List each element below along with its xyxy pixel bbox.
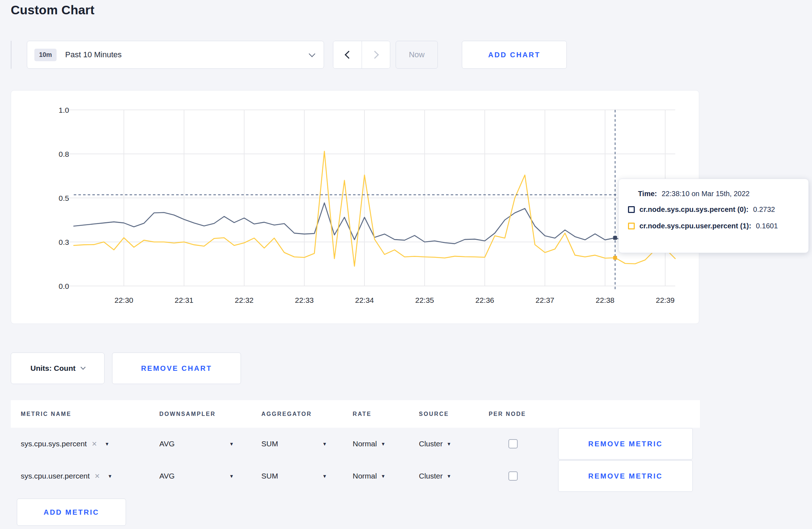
svg-text:0.0: 0.0 (59, 282, 69, 290)
svg-text:1.0: 1.0 (59, 106, 69, 114)
svg-text:0.8: 0.8 (59, 150, 69, 158)
rate-cell: Normal ▼ (353, 472, 419, 480)
time-range-label: Past 10 Minutes (65, 50, 310, 59)
col-header-downsampler: DOWNSAMPLER (159, 411, 261, 417)
col-header-per-node: PER NODE (489, 411, 547, 417)
time-forward-button[interactable] (362, 41, 390, 68)
svg-text:0.3: 0.3 (59, 238, 69, 246)
rate-dropdown[interactable]: Normal ▼ (353, 472, 386, 480)
add-chart-button[interactable]: ADD CHART (462, 41, 567, 69)
svg-text:22:39: 22:39 (656, 296, 675, 304)
col-header-aggregator: AGGREGATOR (261, 411, 353, 417)
time-range-selector[interactable]: 10m Past 10 Minutes (27, 41, 324, 69)
per-node-checkbox[interactable] (508, 471, 518, 481)
metric-name-value[interactable]: sys.cpu.sys.percent (21, 440, 87, 448)
downsampler-cell: AVG ▼ (159, 440, 261, 448)
caret-down-icon: ▼ (381, 441, 386, 447)
per-node-cell (489, 471, 547, 481)
rate-value: Normal (353, 472, 377, 480)
rate-value: Normal (353, 440, 377, 448)
rate-dropdown[interactable]: Normal ▼ (353, 440, 386, 448)
tooltip-time-row: Time:22:38:10 on Mar 15th, 2022 (628, 190, 800, 198)
tooltip-time-label: Time: (638, 190, 657, 198)
caret-down-icon: ▼ (322, 441, 327, 447)
aggregator-value: SUM (261, 472, 278, 480)
metric-name-value[interactable]: sys.cpu.user.percent (21, 472, 90, 480)
tooltip-time-value: 22:38:10 on Mar 15th, 2022 (662, 190, 750, 198)
downsampler-value: AVG (159, 440, 175, 448)
svg-text:22:35: 22:35 (415, 296, 434, 304)
downsampler-dropdown[interactable]: AVG ▼ (159, 472, 234, 480)
tooltip-series-value: 0.2732 (753, 205, 775, 214)
sys-series-swatch-icon (628, 206, 635, 213)
svg-text:22:37: 22:37 (536, 296, 555, 304)
remove-metric-button[interactable]: REMOVE METRIC (558, 428, 693, 460)
aggregator-cell: SUM ▼ (261, 440, 353, 448)
caret-down-icon[interactable]: ▼ (105, 441, 109, 447)
actions-cell: REMOVE METRIC (547, 428, 700, 460)
chevron-right-icon (371, 51, 379, 59)
col-header-rate: RATE (353, 411, 419, 417)
remove-chart-button[interactable]: REMOVE CHART (112, 353, 241, 384)
aggregator-dropdown[interactable]: SUM ▼ (261, 472, 327, 480)
downsampler-dropdown[interactable]: AVG ▼ (159, 440, 234, 448)
tooltip-series-name: cr.node.sys.cpu.sys.percent (0): (639, 205, 749, 214)
page-title: Custom Chart (11, 3, 95, 17)
rate-cell: Normal ▼ (353, 440, 419, 448)
chart-panel: 0.00.30.50.81.022:3022:3122:3222:3322:34… (11, 90, 699, 324)
units-label: Units: Count (30, 364, 76, 373)
svg-text:22:30: 22:30 (115, 296, 134, 304)
now-button[interactable]: Now (396, 41, 438, 69)
chevron-down-icon (309, 50, 315, 57)
aggregator-value: SUM (261, 440, 278, 448)
time-back-button[interactable] (333, 41, 362, 68)
per-node-cell (489, 439, 547, 448)
svg-text:22:32: 22:32 (235, 296, 254, 304)
aggregator-cell: SUM ▼ (261, 472, 353, 480)
caret-down-icon: ▼ (229, 474, 234, 479)
add-metric-button[interactable]: ADD METRIC (17, 499, 126, 526)
source-value: Cluster (419, 472, 443, 480)
downsampler-cell: AVG ▼ (159, 472, 261, 480)
tooltip-series-name: cr.node.sys.cpu.user.percent (1): (639, 222, 751, 230)
cpu-metrics-chart[interactable]: 0.00.30.50.81.022:3022:3122:3222:3322:34… (11, 91, 700, 324)
chevron-left-icon (344, 51, 353, 59)
clear-metric-icon[interactable]: × (92, 440, 97, 448)
source-dropdown[interactable]: Cluster ▼ (419, 440, 451, 448)
caret-down-icon: ▼ (381, 474, 386, 479)
clear-metric-icon[interactable]: × (95, 472, 100, 480)
svg-text:22:33: 22:33 (295, 296, 314, 304)
units-dropdown[interactable]: Units: Count (11, 353, 105, 384)
chevron-down-icon (81, 365, 86, 370)
user-series-swatch-icon (628, 223, 635, 229)
remove-metric-button[interactable]: REMOVE METRIC (558, 460, 693, 492)
aggregator-dropdown[interactable]: SUM ▼ (261, 440, 327, 448)
metric-name-cell: sys.cpu.user.percent × ▼ (21, 472, 159, 480)
caret-down-icon: ▼ (447, 474, 451, 479)
tooltip-series-value: 0.1601 (756, 222, 778, 230)
svg-text:22:36: 22:36 (475, 296, 494, 304)
source-cell: Cluster ▼ (419, 440, 489, 448)
time-range-badge: 10m (34, 49, 57, 61)
metrics-table-header: METRIC NAME DOWNSAMPLER AGGREGATOR RATE … (11, 400, 700, 428)
per-node-checkbox[interactable] (508, 439, 518, 448)
source-dropdown[interactable]: Cluster ▼ (419, 472, 451, 480)
svg-text:22:34: 22:34 (355, 296, 374, 304)
svg-text:22:38: 22:38 (596, 296, 615, 304)
caret-down-icon: ▼ (322, 474, 327, 479)
caret-down-icon[interactable]: ▼ (108, 474, 112, 479)
actions-cell: REMOVE METRIC (547, 460, 700, 492)
chart-tooltip: Time:22:38:10 on Mar 15th, 2022 cr.node.… (618, 179, 809, 253)
metric-row: sys.cpu.sys.percent × ▼ AVG ▼ SUM ▼ Norm… (11, 428, 700, 460)
toolbar: 10m Past 10 Minutes Now ADD CHART (11, 41, 567, 69)
source-value: Cluster (419, 440, 443, 448)
downsampler-value: AVG (159, 472, 175, 480)
svg-text:0.5: 0.5 (59, 194, 69, 202)
metric-name-cell: sys.cpu.sys.percent × ▼ (21, 440, 159, 448)
col-header-source: SOURCE (419, 411, 489, 417)
svg-text:22:31: 22:31 (175, 296, 194, 304)
time-nav-group (333, 41, 390, 69)
toolbar-divider (11, 41, 11, 69)
source-cell: Cluster ▼ (419, 472, 489, 480)
col-header-metric-name: METRIC NAME (21, 411, 159, 417)
